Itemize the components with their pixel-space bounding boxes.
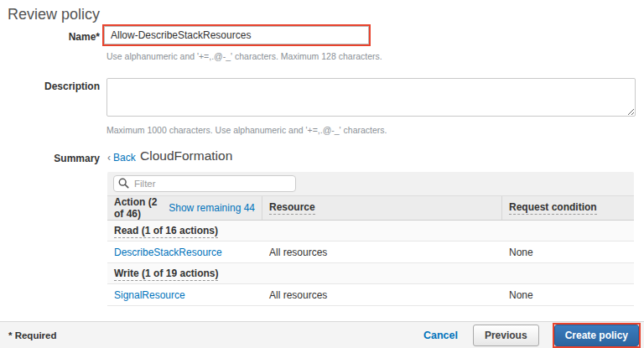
review-policy-page: Review policy Name* Use alphanumeric and… bbox=[0, 0, 644, 348]
required-note: * Required bbox=[8, 330, 57, 340]
request-condition-cell: None bbox=[502, 289, 634, 301]
column-header-request-condition: Request condition bbox=[502, 196, 634, 220]
back-link-label: Back bbox=[113, 152, 136, 164]
name-field-highlight bbox=[102, 24, 371, 46]
description-help-text: Maximum 1000 characters. Use alphanumeri… bbox=[106, 125, 387, 135]
policy-summary-table: Action (2 of 46) Show remaining 44 Resou… bbox=[107, 172, 634, 306]
filter-input[interactable] bbox=[113, 175, 296, 192]
action-group-write: Write (1 of 19 actions) bbox=[107, 263, 634, 284]
filter-bar bbox=[107, 172, 634, 195]
action-header-label: Action (2 of 46) bbox=[114, 196, 165, 220]
footer-bar: * Required Cancel Previous Create policy bbox=[0, 321, 644, 348]
footer-actions: Cancel Previous Create policy bbox=[423, 323, 641, 348]
create-policy-button[interactable]: Create policy bbox=[554, 325, 639, 346]
show-remaining-link[interactable]: Show remaining 44 bbox=[169, 202, 255, 214]
request-condition-header-label[interactable]: Request condition bbox=[509, 201, 597, 215]
action-link-signalresource[interactable]: SignalResource bbox=[114, 289, 185, 301]
name-help-text: Use alphanumeric and '+=,.@-_' character… bbox=[106, 51, 382, 61]
filter-input-wrap bbox=[113, 175, 296, 192]
column-header-resource: Resource bbox=[262, 196, 502, 220]
action-cell: DescribeStackResource bbox=[107, 247, 262, 258]
resource-cell: All resources bbox=[262, 289, 502, 301]
page-title: Review policy bbox=[8, 6, 100, 23]
column-header-action: Action (2 of 46) Show remaining 44 bbox=[107, 196, 262, 220]
action-group-read: Read (1 of 16 actions) bbox=[107, 221, 634, 242]
resource-header-label[interactable]: Resource bbox=[269, 201, 315, 215]
table-row: DescribeStackResource All resources None bbox=[107, 242, 634, 263]
summary-label: Summary bbox=[0, 153, 100, 164]
write-group-label[interactable]: Write (1 of 19 actions) bbox=[114, 267, 218, 281]
table-row: SignalResource All resources None bbox=[107, 284, 634, 306]
action-cell: SignalResource bbox=[107, 289, 262, 301]
read-group-label[interactable]: Read (1 of 16 actions) bbox=[114, 225, 218, 238]
resource-cell: All resources bbox=[262, 247, 502, 258]
cancel-link[interactable]: Cancel bbox=[423, 330, 458, 341]
chevron-left-icon: ‹ bbox=[107, 152, 111, 164]
action-link-describestackresource[interactable]: DescribeStackResource bbox=[114, 247, 222, 258]
policy-name-input[interactable] bbox=[104, 26, 369, 44]
back-link[interactable]: ‹Back bbox=[107, 152, 136, 164]
request-condition-cell: None bbox=[502, 247, 634, 258]
description-label: Description bbox=[0, 81, 100, 92]
policy-description-textarea[interactable] bbox=[106, 78, 636, 117]
table-header-row: Action (2 of 46) Show remaining 44 Resou… bbox=[107, 195, 634, 221]
name-label: Name* bbox=[0, 31, 100, 43]
service-name: CloudFormation bbox=[140, 148, 232, 164]
create-policy-highlight: Create policy bbox=[553, 323, 641, 348]
previous-button[interactable]: Previous bbox=[473, 325, 539, 346]
